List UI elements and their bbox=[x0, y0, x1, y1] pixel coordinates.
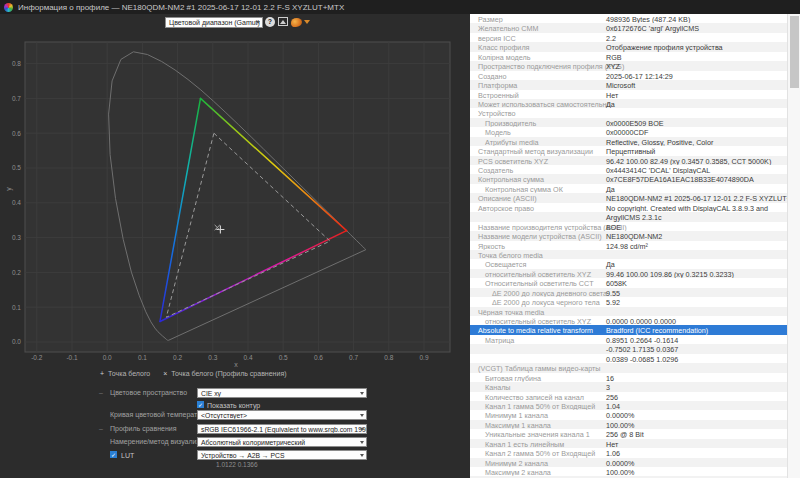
row-name: Канал 2 гамма 50% от Входящей bbox=[485, 449, 595, 457]
palette-dropdown-arrow-icon[interactable] bbox=[304, 20, 310, 24]
table-row[interactable]: Каналы3 bbox=[470, 382, 787, 391]
table-row[interactable]: Атрибуты mediaReflective, Glossy, Positi… bbox=[470, 137, 787, 146]
row-value: Reflective, Glossy, Positive, Color bbox=[606, 138, 713, 146]
scrollbar[interactable] bbox=[787, 14, 800, 478]
row-value: 16 bbox=[606, 374, 614, 382]
table-row[interactable]: Относительный осветитель CCT6058K bbox=[470, 278, 787, 287]
colorspace-label: Цветовое пространство bbox=[110, 388, 187, 398]
row-value: 96.42 100.00 82.49 (xy 0.3457 0.3585, CC… bbox=[606, 157, 771, 165]
table-row[interactable]: Стандартный метод визуализацииПерцептивн… bbox=[470, 146, 787, 155]
row-value: 0x6172676C 'argl' ArgyllCMS bbox=[606, 24, 699, 32]
view-select-dropdown[interactable]: Цветовой диапазон (Gamut) bbox=[165, 17, 263, 28]
table-row[interactable]: Максимум 1 канала100.00% bbox=[470, 420, 787, 429]
row-value: 6058K bbox=[606, 279, 627, 287]
table-row[interactable]: Может использоваться самостоятельноДа bbox=[470, 99, 787, 108]
table-row[interactable]: ПлатформаMicrosoft bbox=[470, 80, 787, 89]
x-tick-label: -0.2 bbox=[31, 354, 43, 361]
table-row[interactable]: ArgyllCMS 2.3.1c bbox=[470, 212, 787, 221]
rendering-intent-dropdown[interactable]: Абсолютный колориметрический bbox=[197, 437, 367, 447]
table-row[interactable]: Устройство bbox=[470, 108, 787, 117]
comparison-profile-dropdown[interactable]: sRGB IEC61966-2.1 (Equivalent to www.srg… bbox=[197, 424, 367, 434]
scrollbar-thumb[interactable] bbox=[790, 16, 799, 88]
tree-dash-icon: – bbox=[99, 424, 103, 434]
row-name: версия ICC bbox=[478, 34, 516, 42]
row-name: Максимум 2 канала bbox=[485, 468, 551, 476]
table-row[interactable]: Желательно CMM0x6172676C 'argl' ArgyllCM… bbox=[470, 23, 787, 32]
table-row[interactable]: Название производителя устройства (ASCII… bbox=[470, 222, 787, 231]
table-row[interactable]: Минимум 2 канала0.0000% bbox=[470, 458, 787, 467]
y-tick-label: 0.2 bbox=[12, 269, 21, 276]
row-value: 0.0389 -0.0685 1.0296 bbox=[606, 355, 678, 363]
table-row[interactable]: Битовая глубина16 bbox=[470, 373, 787, 382]
table-row[interactable]: Авторское правоNo copyright. Created wit… bbox=[470, 203, 787, 212]
table-row[interactable]: Absolute to media relative transformBrad… bbox=[470, 325, 787, 334]
image-icon[interactable] bbox=[278, 17, 288, 26]
table-row[interactable]: Модель0x00000CDF bbox=[470, 127, 787, 136]
comparison-profile-value: sRGB IEC61966-2.1 (Equivalent to www.srg… bbox=[201, 426, 367, 433]
table-row[interactable]: Колірна модельRGB bbox=[470, 52, 787, 61]
table-row[interactable]: Яркость124.98 cd/m² bbox=[470, 241, 787, 250]
row-value: Отображение профиля устройства bbox=[606, 43, 723, 51]
row-name: относительный осветитель XYZ bbox=[485, 270, 591, 278]
row-name: Класс профиля bbox=[478, 43, 529, 51]
lut-dropdown[interactable]: Устройство → A2B → PCS bbox=[197, 450, 367, 460]
table-row[interactable]: PCS осветитель XYZ96.42 100.00 82.49 (xy… bbox=[470, 156, 787, 165]
table-row[interactable]: Класс профиляОтображение профиля устройс… bbox=[470, 42, 787, 51]
table-row[interactable]: 0.0389 -0.0685 1.0296 bbox=[470, 354, 787, 363]
y-tick-label: 0.5 bbox=[12, 164, 21, 171]
show-outline-checkbox[interactable]: ✓ bbox=[197, 401, 204, 408]
row-value: 1.04 bbox=[606, 402, 620, 410]
table-row[interactable]: Контрольная сумма ОКДа bbox=[470, 184, 787, 193]
row-value: -0.7502 1.7135 0.0367 bbox=[606, 345, 678, 353]
table-row[interactable]: ΔE 2000 до локуса дневного света9.55 bbox=[470, 288, 787, 297]
table-row[interactable]: Производитель0x0000E509 BOE bbox=[470, 118, 787, 127]
row-value: Да bbox=[606, 185, 615, 193]
table-row[interactable]: Создатель0x4443414C 'DCAL' DisplayCAL bbox=[470, 165, 787, 174]
table-row[interactable]: Контрольная сумма0x7CE8F57DEA16A1EAC18B3… bbox=[470, 174, 787, 183]
row-value: Нет bbox=[606, 440, 618, 448]
row-name: Производитель bbox=[485, 119, 536, 127]
row-value: 99.46 100.00 109.86 (xy 0.3215 0.3233) bbox=[606, 270, 734, 278]
table-row[interactable]: Максимум 2 канала100.00% bbox=[470, 467, 787, 476]
table-row[interactable]: Матрица0.8951 0.2664 -0.1614 bbox=[470, 335, 787, 344]
row-name: Устройство bbox=[478, 109, 516, 117]
x-tick-label: 0.8 bbox=[384, 354, 393, 361]
table-row[interactable]: Точка белого media bbox=[470, 250, 787, 259]
table-row[interactable]: Создано2025-06-17 12:14:29 bbox=[470, 71, 787, 80]
lut-value: Устройство → A2B → PCS bbox=[201, 452, 285, 459]
row-value: 9.55 bbox=[606, 289, 620, 297]
table-row[interactable]: Пространство подключения профиля (PCS)XY… bbox=[470, 61, 787, 70]
table-row[interactable]: Минимум 1 канала0.0000% bbox=[470, 410, 787, 419]
table-row[interactable]: Канал 1 гамма 50% от Входящей1.04 bbox=[470, 401, 787, 410]
table-row[interactable]: -0.7502 1.7135 0.0367 bbox=[470, 344, 787, 353]
table-row[interactable]: Канал 2 гамма 50% от Входящей1.06 bbox=[470, 448, 787, 457]
row-name: Создано bbox=[478, 72, 506, 80]
table-row[interactable]: относительный осветитель XYZ99.46 100.00… bbox=[470, 269, 787, 278]
temperature-curve-dropdown[interactable]: <Отсутствует> bbox=[197, 410, 367, 420]
table-row[interactable]: Чёрная точка media bbox=[470, 307, 787, 316]
row-name: Желательно CMM bbox=[478, 24, 538, 32]
table-row[interactable]: Описание (ASCII)NE180QDM-NM2 #1 2025-06-… bbox=[470, 193, 787, 202]
table-row[interactable]: Уникальные значения канала 1256 @ 8 Bit bbox=[470, 429, 787, 438]
table-row[interactable]: Канал 1 есть линейнымНет bbox=[470, 439, 787, 448]
table-row[interactable]: (VCGT) Таблица гаммы видео-карты bbox=[470, 363, 787, 372]
title-bar[interactable]: Информация о профиле — NE180QDM-NM2 #1 2… bbox=[0, 0, 800, 14]
table-row[interactable]: Количество записей на канал256 bbox=[470, 392, 787, 401]
x-tick-label: 0.5 bbox=[279, 354, 288, 361]
table-row[interactable]: ОсвещаетсяДа bbox=[470, 259, 787, 268]
row-value: 2025-06-17 12:14:29 bbox=[606, 72, 673, 80]
table-row[interactable]: ВстроенныйНет bbox=[470, 90, 787, 99]
colorspace-dropdown[interactable]: CIE xy bbox=[197, 388, 367, 398]
help-icon[interactable]: ? bbox=[265, 17, 275, 27]
lut-checkbox[interactable]: ✓ bbox=[110, 451, 117, 458]
table-row[interactable]: относительный осветитель XYZ0.0000 0.000… bbox=[470, 316, 787, 325]
table-row[interactable]: Название модели устройства (ASCII)NE180Q… bbox=[470, 231, 787, 240]
y-tick-label: 0.1 bbox=[12, 304, 21, 311]
x-tick-label: -0.1 bbox=[66, 354, 78, 361]
row-value: Перцептивный bbox=[606, 147, 655, 155]
row-value: 100.00% bbox=[606, 421, 634, 429]
row-name: Модель bbox=[485, 128, 511, 136]
table-row[interactable]: Размер498936 Bytes (487.24 KB) bbox=[470, 14, 787, 23]
table-row[interactable]: версия ICC2.2 bbox=[470, 33, 787, 42]
table-row[interactable]: ΔE 2000 до локуса черного тела5.92 bbox=[470, 297, 787, 306]
